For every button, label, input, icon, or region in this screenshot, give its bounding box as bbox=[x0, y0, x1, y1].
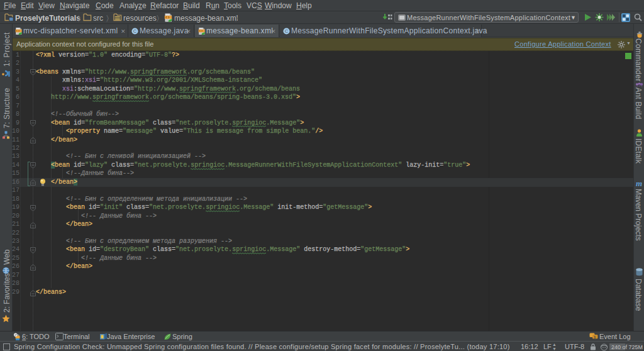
svg-text:C: C bbox=[285, 28, 289, 34]
svg-text:C: C bbox=[133, 28, 137, 34]
svg-text:m: m bbox=[636, 179, 642, 187]
